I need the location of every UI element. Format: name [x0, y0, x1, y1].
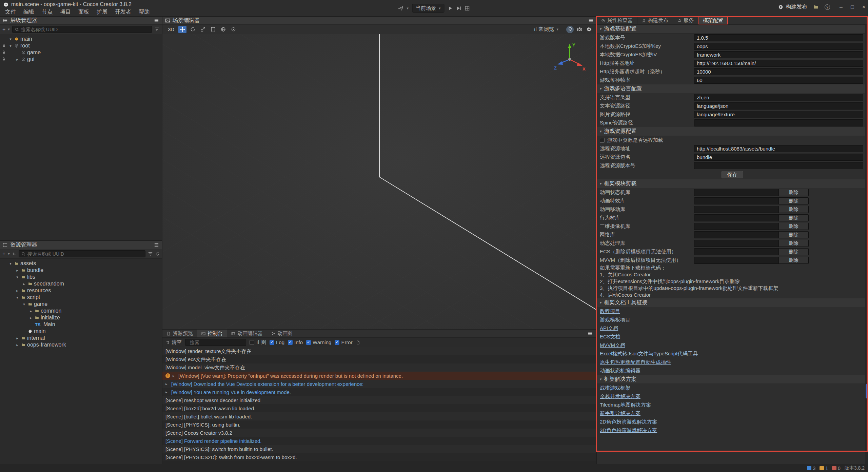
play-button[interactable]	[448, 6, 453, 11]
warning-filter[interactable]: Warning	[306, 339, 331, 345]
expand-arrow[interactable]: ▸	[15, 57, 20, 62]
expand-arrow[interactable]: ▸	[165, 382, 169, 386]
http-server-input[interactable]	[694, 60, 863, 67]
expand-arrow[interactable]: ▸	[165, 390, 169, 394]
expand-arrow[interactable]: ▾	[15, 295, 20, 300]
menu-extension[interactable]: 扩展	[93, 8, 111, 16]
expand-arrow[interactable]: ▸	[15, 289, 20, 293]
scrollbar-thumb[interactable]	[866, 384, 868, 398]
log-count[interactable]: 3	[807, 466, 815, 471]
refresh-icon[interactable]	[155, 252, 159, 256]
log-row[interactable]: [Window] render_texture文件夹不存在	[162, 347, 596, 355]
section-language-config[interactable]: ▾ 游戏多语言配置	[597, 84, 868, 93]
asset-node-main-scene[interactable]: main	[0, 328, 162, 335]
help-icon[interactable]: ?	[825, 4, 830, 10]
solution-link[interactable]: 3D角色扮演游戏解决方案	[600, 427, 657, 434]
solution-link[interactable]: 新手引导解决方案	[600, 410, 640, 417]
log-row[interactable]: ▸ [Window] You are running Vue in develo…	[162, 388, 596, 396]
log-row[interactable]: [Scene] Cocos Creator v3.8.2	[162, 429, 596, 437]
info-checkbox[interactable]	[288, 340, 293, 345]
collapse-logs-icon[interactable]	[356, 340, 360, 345]
delete-module-button[interactable]: 删除	[778, 223, 808, 230]
menu-help[interactable]: 帮助	[135, 8, 153, 16]
scene-settings-button[interactable]	[585, 26, 593, 33]
preview-platform-icon[interactable]	[398, 6, 403, 11]
tab-property-inspector[interactable]: 属性检查器	[597, 17, 637, 24]
log-row[interactable]: [Window] model_view文件夹不存在	[162, 363, 596, 372]
asset-node-initialize[interactable]: ▸ initialize	[0, 314, 162, 321]
fps-input[interactable]	[694, 77, 863, 84]
tab-service[interactable]: 服务	[673, 17, 698, 24]
delete-module-button[interactable]: 删除	[778, 189, 808, 196]
expand-arrow[interactable]: ▾	[15, 275, 20, 279]
step-button[interactable]	[456, 6, 461, 11]
asset-node-main-ts[interactable]: TS Main	[0, 321, 162, 328]
asset-node-seedrandom[interactable]: ▸ seedrandom	[0, 280, 162, 287]
log-row[interactable]: [Scene] meshopt wasm decoder initialized	[162, 396, 596, 404]
delete-module-button[interactable]: 删除	[778, 240, 808, 247]
log-row-warning[interactable]: ! ▸ [Window] [Vue warn]: Property "onInp…	[162, 372, 596, 380]
tab-animation-editor[interactable]: 动画编辑器	[227, 330, 267, 337]
error-count[interactable]: 0	[832, 466, 841, 471]
doc-link[interactable]: Excel格式转Json文件与TypeScript代码工具	[600, 351, 698, 357]
menu-edit[interactable]: 编辑	[20, 8, 38, 16]
section-solutions[interactable]: ▾ 框架解决方案	[597, 375, 868, 384]
log-row[interactable]: [Scene] [PHYSICS]: using builtin.	[162, 420, 596, 429]
expand-arrow[interactable]: ▾	[8, 37, 13, 41]
tree-node-gui[interactable]: ▸ gui	[0, 56, 162, 63]
assets-search[interactable]	[19, 250, 145, 257]
delete-module-button[interactable]: 删除	[778, 198, 808, 204]
scale-tool-button[interactable]	[199, 26, 207, 33]
scene-viewport[interactable]: Y X Z	[162, 34, 596, 329]
delete-module-button[interactable]: 删除	[778, 257, 808, 263]
expand-arrow[interactable]: ▾	[8, 44, 13, 48]
asset-node-internal[interactable]: ▸ internal	[0, 335, 162, 341]
log-row[interactable]: [Window] ecs文件夹不存在	[162, 355, 596, 363]
console-search[interactable]	[185, 339, 246, 346]
log-row[interactable]: [Scene] [bullet]:bullet wasm lib loaded.	[162, 412, 596, 420]
preview-window-button[interactable]	[465, 6, 470, 11]
solution-link[interactable]: 2D角色扮演游戏解决方案	[600, 419, 657, 425]
languages-input[interactable]	[694, 94, 863, 101]
view-mode-dropdown[interactable]: 正常浏览 ▾	[530, 25, 562, 34]
menu-developer[interactable]: 开发者	[111, 8, 135, 16]
doc-link[interactable]: 动画状态机编辑器	[600, 368, 640, 374]
warning-checkbox[interactable]	[306, 340, 311, 345]
spine-path-input[interactable]	[694, 119, 863, 126]
tree-node-root[interactable]: ▾ root	[0, 42, 162, 49]
delete-module-button[interactable]: 删除	[778, 249, 808, 255]
platform-caret-icon[interactable]: ▾	[407, 6, 409, 11]
expand-arrow[interactable]: ▸	[173, 374, 176, 378]
panel-menu-icon[interactable]	[588, 18, 593, 23]
lock-icon[interactable]	[2, 57, 6, 61]
asset-node-script[interactable]: ▾ script	[0, 294, 162, 301]
scene-camera-button[interactable]	[576, 26, 583, 33]
expand-arrow[interactable]: ▾	[8, 261, 13, 266]
asset-node-game[interactable]: ▾ game	[0, 301, 162, 308]
asset-node-resources[interactable]: ▸ resources	[0, 287, 162, 294]
menu-file[interactable]: 文件	[1, 8, 20, 16]
texture-path-input[interactable]	[694, 111, 863, 118]
menu-panel[interactable]: 面板	[75, 8, 93, 16]
clear-console-button[interactable]: 清空	[166, 339, 182, 346]
expand-arrow[interactable]: ▸	[28, 316, 33, 320]
expand-arrow[interactable]: ▸	[15, 268, 20, 273]
doc-link[interactable]: 教程项目	[600, 308, 620, 315]
log-row[interactable]: ▸ [Window] Download the Vue Devtools ext…	[162, 380, 596, 388]
scrollbar[interactable]	[865, 25, 868, 464]
log-filter[interactable]: Log	[270, 339, 284, 345]
add-asset-caret-icon[interactable]: ▾	[8, 252, 10, 256]
expand-arrow[interactable]: ▸	[28, 309, 33, 313]
hierarchy-search-input[interactable]	[21, 27, 149, 32]
tree-node-game[interactable]: game	[0, 49, 162, 56]
delete-module-button[interactable]: 删除	[778, 215, 808, 221]
minimize-button[interactable]: –	[840, 4, 843, 10]
sort-assets-icon[interactable]	[12, 252, 16, 256]
move-tool-button[interactable]	[178, 26, 186, 33]
tab-console[interactable]: 控制台	[197, 330, 227, 337]
panel-menu-icon[interactable]	[588, 331, 593, 336]
warning-count[interactable]: 1	[820, 466, 828, 471]
tree-node-main[interactable]: ▾ main	[0, 36, 162, 42]
solution-link[interactable]: 战棋游戏框架	[600, 385, 630, 391]
doc-link[interactable]: ECS文档	[600, 334, 620, 340]
